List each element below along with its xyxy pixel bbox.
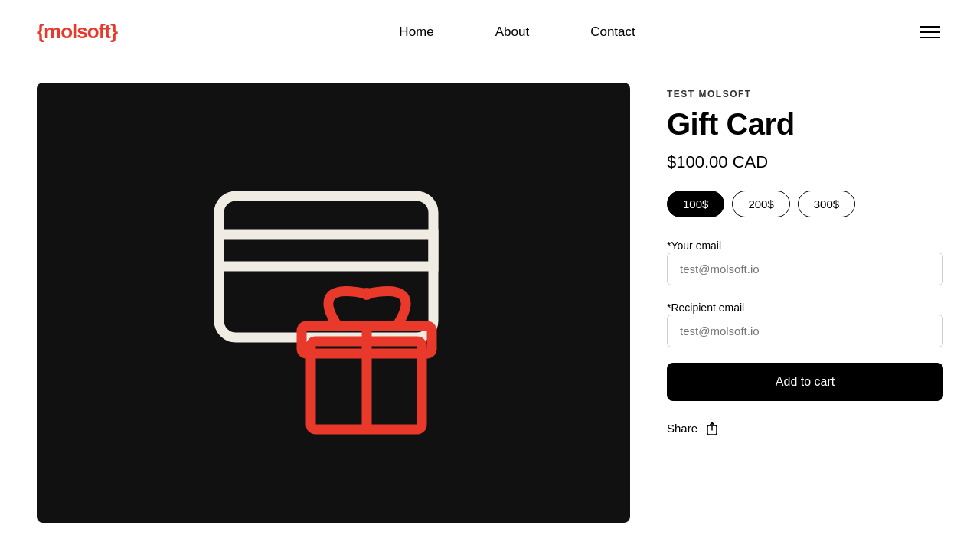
product-title: Gift Card (667, 107, 943, 142)
main-content: TEST MOLSOFT Gift Card $100.00 CAD 100$ … (0, 64, 980, 541)
denom-300[interactable]: 300$ (798, 191, 855, 217)
recipient-email-input[interactable] (667, 315, 943, 347)
your-email-label: *Your email (667, 240, 721, 252)
gift-card-illustration (188, 165, 479, 441)
your-email-input[interactable] (667, 253, 943, 285)
add-to-cart-button[interactable]: Add to cart (667, 363, 943, 401)
product-vendor: TEST MOLSOFT (667, 89, 943, 99)
product-details: TEST MOLSOFT Gift Card $100.00 CAD 100$ … (667, 83, 943, 523)
site-logo[interactable]: {molsoft} (37, 20, 117, 44)
denomination-group: 100$ 200$ 300$ (667, 191, 943, 217)
nav-about[interactable]: About (495, 24, 529, 40)
share-icon (704, 419, 720, 436)
site-header: {molsoft} Home About Contact (0, 0, 980, 64)
denom-200[interactable]: 200$ (732, 191, 789, 217)
nav-home[interactable]: Home (399, 24, 433, 40)
share-label: Share (667, 422, 697, 435)
product-price: $100.00 CAD (667, 152, 943, 172)
hamburger-menu[interactable] (917, 23, 943, 41)
nav-contact[interactable]: Contact (590, 24, 635, 40)
svg-point-5 (361, 288, 373, 300)
product-image (37, 83, 630, 523)
share-row[interactable]: Share (667, 419, 943, 436)
main-nav: Home About Contact (399, 24, 635, 40)
recipient-email-label: *Recipient email (667, 302, 744, 314)
svg-rect-1 (219, 234, 433, 266)
denom-100[interactable]: 100$ (667, 191, 724, 217)
